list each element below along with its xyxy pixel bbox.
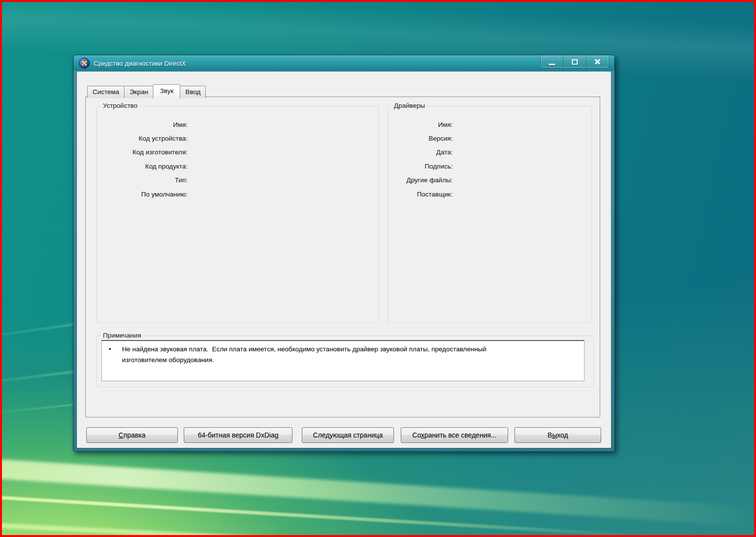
save-button-label-pre: Со: [413, 431, 421, 439]
note-item: • Не найдена звуковая плата. Если плата …: [102, 341, 584, 365]
minimize-icon: [549, 64, 555, 65]
tab-sound[interactable]: Звук: [153, 84, 180, 98]
drivers-groupbox: Драйверы Имя: Версия: Дата: Подпись: Дру…: [388, 106, 592, 323]
caption-buttons: [540, 55, 609, 68]
device-field-label: Код изготовителя:: [97, 148, 188, 156]
exit-button[interactable]: Выход: [514, 427, 601, 443]
tab-display[interactable]: Экран: [124, 86, 153, 98]
close-icon: [594, 58, 601, 65]
driver-field-label: Версия:: [388, 135, 453, 142]
minimize-button[interactable]: [541, 55, 563, 68]
save-all-information-button[interactable]: Сохранить все сведения...: [401, 427, 508, 443]
driver-field-label: Подпись:: [388, 163, 453, 170]
wallpaper-streak: [2, 522, 668, 535]
device-field-label: Имя:: [97, 121, 188, 128]
maximize-icon: [572, 59, 578, 65]
dxdiag-window: Средство диагностики DirectX Система Экр…: [73, 55, 615, 452]
help-button-label: правка: [123, 431, 146, 439]
device-fields: Имя: Код устройства: Код изготовителя: К…: [97, 106, 378, 201]
titlebar[interactable]: Средство диагностики DirectX: [73, 55, 614, 71]
directx-icon[interactable]: [79, 58, 90, 69]
device-field-label: Код устройства:: [97, 135, 188, 142]
wallpaper-streak: [2, 458, 754, 531]
notes-groupbox-title: Примечания: [101, 332, 143, 339]
driver-field-label: Имя:: [388, 121, 453, 128]
drivers-fields: Имя: Версия: Дата: Подпись: Другие файлы…: [388, 106, 591, 201]
dxdiag64-button-label: 64-битная версия DxDiag: [198, 431, 279, 439]
close-button[interactable]: [586, 55, 609, 68]
run-64bit-dxdiag-button[interactable]: 64-битная версия DxDiag: [184, 427, 293, 443]
tab-strip: Система Экран Звук Ввод: [87, 84, 205, 98]
note-text: Не найдена звуковая плата. Если плата им…: [122, 344, 579, 365]
device-groupbox: Устройство Имя: Код устройства: Код изго…: [97, 106, 379, 323]
exit-button-label-post: ход: [557, 431, 568, 439]
tab-system[interactable]: Система: [87, 86, 124, 98]
tab-input[interactable]: Ввод: [180, 86, 206, 98]
wallpaper-streak: [2, 495, 716, 535]
next-page-button-label: Следующая страница: [313, 431, 383, 439]
screenshot-frame: Средство диагностики DirectX Система Экр…: [0, 0, 756, 537]
bullet-icon: •: [109, 344, 122, 365]
drivers-groupbox-title: Драйверы: [392, 102, 426, 109]
notes-groupbox: Примечания • Не найдена звуковая плата. …: [97, 336, 594, 388]
device-field-label: Код продукта:: [97, 163, 188, 170]
dialog-client-area: Система Экран Звук Ввод Устройство Имя: …: [76, 71, 611, 448]
device-field-label: По умолчанию:: [97, 191, 188, 198]
desktop-wallpaper: Средство диагностики DirectX Система Экр…: [2, 2, 754, 535]
save-button-label-post: ранить все сведения...: [424, 431, 496, 439]
exit-button-accesskey: ы: [552, 431, 557, 439]
driver-field-label: Дата:: [388, 148, 453, 156]
window-title: Средство диагностики DirectX: [94, 60, 186, 67]
notes-textbox[interactable]: • Не найдена звуковая плата. Если плата …: [101, 340, 585, 381]
next-page-button[interactable]: Следующая страница: [302, 427, 394, 443]
device-field-label: Тип:: [97, 176, 188, 184]
driver-field-label: Другие файлы:: [388, 176, 453, 184]
help-button-accesskey: С: [119, 431, 123, 439]
sound-tab-page: Устройство Имя: Код устройства: Код изго…: [85, 97, 600, 417]
device-groupbox-title: Устройство: [101, 102, 139, 109]
help-button[interactable]: Справка: [86, 427, 178, 443]
driver-field-label: Поставщик:: [388, 191, 453, 198]
maximize-button[interactable]: [563, 55, 586, 68]
exit-button-label-pre: В: [548, 431, 552, 439]
